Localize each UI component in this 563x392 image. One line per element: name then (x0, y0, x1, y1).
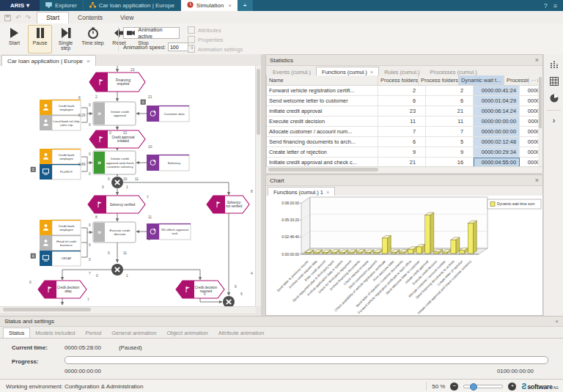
time-step-button[interactable]: Time step (80, 25, 106, 53)
status-tab-period[interactable]: Period (80, 328, 106, 338)
table-cell[interactable]: 0000:00:11:00 (520, 117, 539, 126)
table-cell[interactable]: 7 (378, 127, 426, 136)
table-cell[interactable]: 0000:02:12:48 (474, 137, 520, 147)
table-cell[interactable]: Send financing documents to arch... (267, 137, 378, 147)
table-cell[interactable]: 0000:04:55:00 (474, 158, 520, 166)
undo-icon[interactable]: ↶ (15, 14, 21, 21)
scrollbar-thumb[interactable] (257, 69, 260, 135)
close-icon[interactable]: × (535, 56, 539, 64)
horizontal-scrollbar[interactable] (266, 166, 542, 173)
ribbon-tab-start[interactable]: Start (37, 12, 69, 23)
model-tab[interactable]: Car loan application | Europe × (1, 55, 96, 67)
data-object-node[interactable]: Solvency (147, 155, 189, 171)
table-cell[interactable]: 2 (426, 86, 474, 95)
table-row[interactable]: Initiate credit approval23210000:06:14:2… (267, 106, 539, 117)
table-cell[interactable]: 0000:00:00:00 (474, 127, 520, 136)
table-cell[interactable]: 2 (378, 86, 426, 95)
table-cell[interactable]: Allocate customer / account num... (267, 127, 378, 136)
column-header[interactable]: Dynamic wait t... (459, 75, 504, 85)
org-unit-node[interactable]: Credit bankemployee (40, 149, 81, 164)
table-cell[interactable]: 11 (426, 117, 474, 126)
data-object-node[interactable]: Customer data (147, 106, 189, 122)
org-unit-node[interactable]: Head of creditbusiness (40, 235, 81, 251)
xor-connector[interactable] (111, 264, 123, 275)
table-row[interactable]: Initiate credit approval and check c...2… (267, 158, 539, 166)
xor-connector[interactable] (223, 296, 235, 306)
animation-speed-input[interactable] (168, 42, 188, 51)
pause-button[interactable]: Pause (28, 25, 52, 53)
data-object-node[interactable]: KD offer/s approvaltask (147, 223, 191, 240)
scrollbar-thumb[interactable] (3, 308, 91, 311)
table-cell[interactable]: 6 (426, 96, 474, 106)
xor-connector[interactable] (111, 177, 123, 188)
animation-active-toggle[interactable]: Animation active (123, 27, 180, 39)
table-cell[interactable]: Forward vehicle registration certifi... (267, 86, 378, 95)
ribbon-tab-view[interactable]: View (111, 12, 142, 23)
column-header[interactable]: Process folders... (419, 75, 459, 85)
system-node[interactable]: PLUROT (40, 164, 81, 180)
event-node[interactable]: Solvencynot verified (207, 196, 249, 213)
table-cell[interactable]: Execute credit decision (267, 117, 378, 126)
horizontal-scrollbar[interactable] (0, 306, 256, 313)
column-header[interactable]: Process folders... (378, 75, 419, 85)
table-grid-icon[interactable] (548, 75, 561, 88)
chart-bar[interactable] (382, 236, 391, 254)
chart-bar[interactable] (425, 212, 434, 254)
doc-tab-car-loan-application-europe[interactable]: Car loan application | Europe (84, 0, 181, 11)
table-cell[interactable]: 23 (378, 106, 426, 116)
help-icon[interactable]: ? (544, 2, 548, 10)
table-cell[interactable]: 7 (426, 127, 474, 136)
doc-tab-explorer[interactable]: Explorer (40, 0, 84, 11)
org-unit-node[interactable]: Credit bankemployee (40, 220, 81, 235)
aris-menu-button[interactable]: ARIS ▾ (0, 0, 40, 11)
table-cell[interactable]: 11 (378, 117, 426, 126)
table-cell[interactable]: 0000:00:30:00 (520, 96, 539, 106)
status-tab-general-animation[interactable]: General animation (106, 328, 161, 338)
table-cell[interactable]: 0000:01:04:29 (474, 96, 520, 106)
table-cell[interactable]: 6 (378, 137, 426, 147)
table-cell[interactable]: 5 (426, 137, 474, 147)
status-tab-status[interactable]: Status (3, 328, 30, 338)
zoom-in-button[interactable]: + (508, 382, 516, 391)
table-cell[interactable]: 0000:03:30:00 (520, 106, 539, 116)
table-cell[interactable]: 0000:00:06:00 (520, 86, 539, 95)
scrollbar-thumb[interactable] (268, 168, 378, 171)
table-cell[interactable]: 0000:06:14:24 (474, 106, 520, 116)
new-tab-button[interactable]: + (238, 0, 253, 11)
vertical-scrollbar[interactable] (538, 75, 542, 166)
zoom-slider-thumb[interactable] (470, 383, 477, 391)
table-cell[interactable]: 6 (378, 96, 426, 106)
table-cell[interactable]: 0000:05:29:24 (520, 158, 539, 166)
pie-chart-icon[interactable] (548, 92, 561, 105)
start-button[interactable]: Start (2, 25, 26, 53)
event-node[interactable]: Credit approvalinitiated (89, 130, 145, 148)
chart-bar[interactable] (451, 237, 460, 254)
event-node[interactable]: Credit decisionokay (38, 281, 87, 298)
org-unit-node[interactable]: Local bank rel.shipsales rep (40, 115, 81, 130)
redo-icon[interactable]: ↷ (26, 14, 32, 21)
org-unit-node[interactable]: Credit bankemployee (40, 100, 81, 115)
table-row[interactable]: Create letter of rejection990000:00:29:3… (267, 147, 539, 158)
table-cell[interactable]: Initiate credit approval (267, 106, 378, 116)
table-cell[interactable]: 21 (378, 158, 426, 166)
single-step-button[interactable]: Single step (53, 25, 78, 53)
doc-tab-simulation[interactable]: Simulation× (181, 0, 238, 11)
table-cell[interactable]: 0000:00:41:24 (474, 86, 520, 95)
table-cell[interactable]: 0000:00:29:34 (474, 147, 520, 157)
event-node[interactable]: Financingrequired (89, 73, 145, 92)
table-cell[interactable]: 21 (426, 106, 474, 116)
animation-settings-button[interactable]: Animation settings (188, 45, 243, 53)
table-cell[interactable]: Initiate credit approval and check c... (267, 158, 378, 166)
close-icon[interactable]: × (370, 69, 373, 75)
status-tab-models-included[interactable]: Models included (30, 328, 80, 338)
attributes-button[interactable]: Attributes (188, 26, 243, 34)
table-row[interactable]: Send welcome letter to customer660000:01… (267, 96, 539, 106)
close-icon[interactable]: × (228, 2, 232, 9)
diagram-canvas[interactable]: FinancingrequiredCredit approvalinitiate… (0, 66, 256, 306)
function-node[interactable]: »Initiate creditapproval (93, 102, 136, 125)
chevron-right-icon[interactable]: › (544, 116, 563, 125)
vertical-scrollbar[interactable] (255, 66, 261, 306)
table-row[interactable]: Send financing documents to arch...65000… (267, 137, 539, 147)
table-cell[interactable]: 9 (426, 147, 474, 157)
table-cell[interactable]: 0000:00:00:00 (474, 117, 520, 126)
